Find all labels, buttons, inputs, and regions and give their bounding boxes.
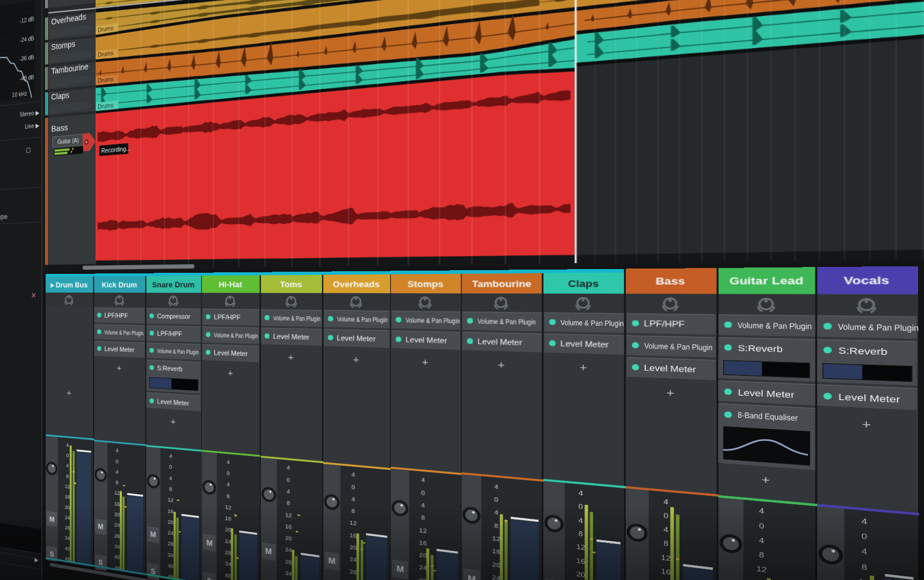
svg-text:Bass: Bass xyxy=(51,122,68,134)
